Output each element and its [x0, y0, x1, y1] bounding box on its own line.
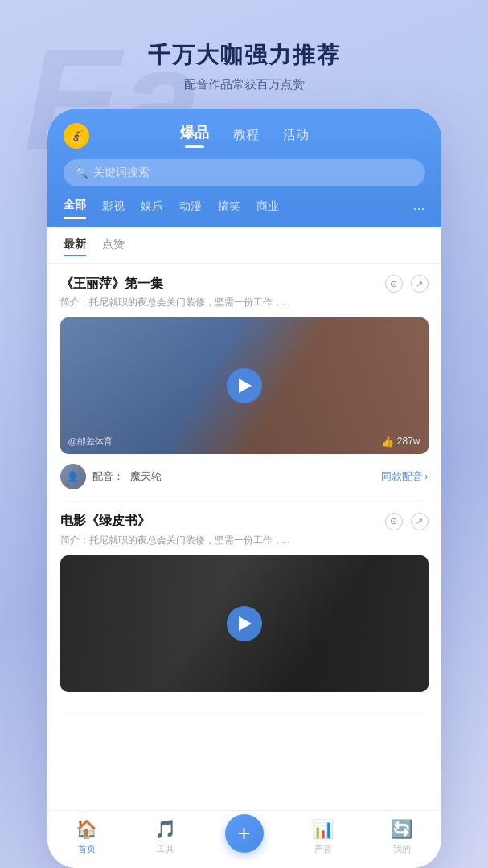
- card-1-film-icon[interactable]: ⊙: [385, 275, 403, 293]
- card-2-play-btn[interactable]: [227, 606, 262, 641]
- nav-item-baoping[interactable]: 爆品: [180, 123, 209, 148]
- logo-emoji: 💰: [68, 127, 85, 145]
- bottom-nav: 🏠 首页 🎵 工具 + 📊 声音 🔄 我的: [47, 810, 441, 868]
- logo-wrap: 💰: [64, 123, 89, 149]
- voice-icon: 📊: [312, 819, 334, 840]
- card-1: 《王丽萍》第一集 ⊙ ↗ 简介：托尼就职的夜总会关门装修，坚需一份工作，... …: [60, 264, 429, 502]
- card-1-share-icon[interactable]: ↗: [411, 275, 429, 293]
- cat-all[interactable]: 全部: [64, 198, 86, 219]
- card-1-watermark: @邮差体育: [68, 436, 113, 448]
- cat-shangye[interactable]: 商业: [256, 199, 279, 219]
- voice-label: 声音: [314, 843, 332, 855]
- nav-tools[interactable]: 🎵 工具: [146, 819, 186, 855]
- card-2-thumb[interactable]: [60, 555, 429, 692]
- search-bar[interactable]: 🔍 关键词搜索: [64, 159, 425, 186]
- nav-add[interactable]: +: [224, 822, 265, 853]
- page-subtitle: 配音作品常获百万点赞: [148, 77, 341, 92]
- play-triangle-icon: [239, 379, 252, 393]
- nav-bar: 💰 爆品 教程 活动: [64, 123, 425, 148]
- card-2-thumb-bg: [60, 555, 429, 692]
- app-logo: 💰: [64, 123, 89, 149]
- card-2-film-icon[interactable]: ⊙: [385, 513, 403, 530]
- plus-icon: +: [237, 822, 250, 845]
- tab-latest[interactable]: 最新: [64, 237, 86, 256]
- search-placeholder: 关键词搜索: [93, 166, 150, 180]
- header-section: 千万大咖强力推荐 配音作品常获百万点赞: [148, 40, 341, 92]
- mine-label: 我的: [393, 843, 411, 855]
- card-1-author-label: 配音：: [92, 469, 124, 484]
- cat-gaoxiao[interactable]: 搞笑: [218, 199, 240, 219]
- cat-dongman[interactable]: 动漫: [179, 199, 202, 219]
- nav-voice[interactable]: 📊 声音: [303, 819, 343, 855]
- card-1-icons: ⊙ ↗: [385, 275, 429, 293]
- content-area: 《王丽萍》第一集 ⊙ ↗ 简介：托尼就职的夜总会关门装修，坚需一份工作，... …: [47, 264, 441, 810]
- card-1-likes: 👍 287w: [381, 436, 420, 448]
- nav-area: 💰 爆品 教程 活动: [64, 123, 425, 148]
- card-1-footer: 👤 配音： 魔天轮 同款配音 ›: [60, 464, 429, 489]
- mine-icon: 🔄: [391, 819, 412, 840]
- search-icon: 🔍: [75, 166, 88, 179]
- card-1-play-btn[interactable]: [227, 368, 262, 403]
- card-1-author-name: 魔天轮: [130, 469, 162, 484]
- page-title: 千万大咖强力推荐: [148, 40, 341, 71]
- app-header: 💰 爆品 教程 活动 🔍 关键词搜索 全部 影视 娱乐 动漫 搞笑 商业: [47, 108, 441, 227]
- card-1-avatar: 👤: [60, 464, 86, 489]
- nav-item-jiaocheng[interactable]: 教程: [233, 127, 259, 144]
- card-1-thumb[interactable]: @邮差体育 👍 287w: [60, 317, 429, 454]
- nav-item-huodong[interactable]: 活动: [283, 127, 309, 144]
- card-2-title: 电影《绿皮书》: [60, 513, 150, 530]
- phone-mockup: 💰 爆品 教程 活动 🔍 关键词搜索 全部 影视 娱乐 动漫 搞笑 商业: [47, 108, 441, 868]
- nav-home[interactable]: 🏠 首页: [67, 819, 107, 855]
- card-1-title: 《王丽萍》第一集: [60, 276, 163, 293]
- card-1-title-row: 《王丽萍》第一集 ⊙ ↗: [60, 275, 429, 293]
- cat-more-icon[interactable]: ···: [412, 200, 424, 217]
- cat-yule[interactable]: 娱乐: [141, 199, 163, 219]
- add-button[interactable]: +: [225, 814, 264, 853]
- card-2-title-row: 电影《绿皮书》 ⊙ ↗: [60, 513, 429, 530]
- cat-yingshi[interactable]: 影视: [102, 199, 125, 219]
- card-2-icons: ⊙ ↗: [385, 513, 429, 530]
- nav-mine[interactable]: 🔄 我的: [382, 819, 422, 855]
- card-2-desc: 简介：托尼就职的夜总会关门装修，坚需一份工作，...: [60, 534, 429, 547]
- category-row: 全部 影视 娱乐 动漫 搞笑 商业 ···: [64, 198, 425, 227]
- card-2-share-icon[interactable]: ↗: [411, 513, 429, 530]
- card-1-author-row: 👤 配音： 魔天轮: [60, 464, 162, 489]
- home-label: 首页: [78, 843, 96, 855]
- tools-label: 工具: [157, 843, 174, 855]
- tools-icon: 🎵: [154, 819, 176, 840]
- home-icon: 🏠: [76, 819, 97, 840]
- tab-likes[interactable]: 点赞: [102, 237, 125, 256]
- card-1-dub-link[interactable]: 同款配音 ›: [381, 469, 428, 484]
- card-1-thumb-bg: @邮差体育 👍 287w: [60, 317, 429, 454]
- tabs-row: 最新 点赞: [47, 227, 441, 264]
- play-triangle-icon-2: [239, 616, 252, 631]
- like-icon: 👍: [381, 436, 394, 448]
- card-1-desc: 简介：托尼就职的夜总会关门装修，坚需一份工作，...: [60, 296, 429, 309]
- card-2: 电影《绿皮书》 ⊙ ↗ 简介：托尼就职的夜总会关门装修，坚需一份工作，...: [60, 502, 429, 714]
- nav-underline: [185, 145, 204, 148]
